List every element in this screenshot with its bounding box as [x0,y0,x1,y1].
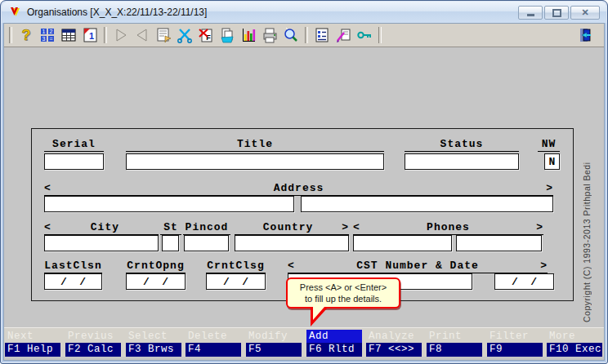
toolbar-separator [305,27,308,43]
country-label: Country > [235,222,349,235]
calculator-button[interactable]: 12 3= [37,25,58,45]
svg-text:3: 3 [42,36,46,42]
zoom-button[interactable] [280,25,302,45]
minimize-button[interactable] [518,6,543,20]
bar-chart-button[interactable] [238,25,259,45]
copy-icon [218,26,236,44]
svg-text:F: F [206,33,211,42]
key-button[interactable] [354,25,375,45]
restore-icon [552,9,561,17]
close-icon: ✕ [581,8,588,17]
table-button[interactable] [58,25,79,45]
title-bar: Organisations [X_X_X:22/11/13-22/11/13] … [2,2,606,23]
help-icon: ? ? [17,26,35,44]
print-icon [261,26,279,44]
fkey-print[interactable]: Print F8 [427,330,482,357]
copyright-text: Copyright (C) 1993-2013 Prithpal Bedi [582,134,597,350]
delete-file-button[interactable]: F [195,25,217,45]
client-area: ? ? 12 3= [3,23,605,361]
status-label: Status [405,139,519,152]
fkey-add[interactable]: Add F6 Rltd [306,330,362,357]
cut-button[interactable] [174,25,195,45]
calendar-icon: 1 [81,26,99,44]
screen: Organisations [X_X_X:22/11/13-22/11/13] … [0,0,608,364]
next-button[interactable] [110,25,132,45]
country-input[interactable] [235,235,349,251]
fkey-more[interactable]: More F10 Exec [547,330,602,357]
city-input[interactable] [44,235,159,251]
address-line2-input[interactable] [301,196,553,212]
copy-button[interactable] [217,25,238,45]
zoom-icon [282,26,300,44]
cst-date-input[interactable] [494,273,554,290]
window-title: Organisations [X_X_X:22/11/13-22/11/13] [27,2,207,23]
serial-label: Serial [44,139,104,152]
close-button[interactable]: ✕ [570,6,600,20]
lastclsn-input[interactable] [44,273,102,290]
nw-label: NW [538,139,560,152]
svg-text:2: 2 [50,29,53,34]
city-label: < City [44,222,159,235]
minimize-icon [527,14,534,16]
next-icon [112,26,130,44]
address-open-bracket: < [44,183,51,195]
crntopng-input[interactable] [126,273,186,290]
exit-icon [577,26,595,44]
fkey-filter[interactable]: Filter F9 [487,330,543,357]
svg-text:?: ? [22,27,31,43]
find-icon [334,26,352,44]
toolbar-separator [9,27,12,43]
phones-label: < Phones > [353,222,543,235]
address-line1-input[interactable] [44,196,294,212]
cst-label: < CST Number & Date > [288,260,548,273]
status-input[interactable] [405,153,519,170]
serial-input[interactable] [44,153,104,170]
title-input[interactable] [126,153,384,170]
key-icon [355,26,373,44]
calendar-button[interactable]: 1 [79,25,101,45]
app-window: Organisations [X_X_X:22/11/13-22/11/13] … [0,0,608,364]
bar-chart-icon [239,26,257,44]
svg-text:1: 1 [89,31,94,41]
fkey-analyze[interactable]: Analyze F7 <<>> [366,330,422,357]
pincod-input[interactable] [184,235,229,251]
previous-icon [133,26,151,44]
phone1-input[interactable] [353,235,452,251]
svg-text:1: 1 [42,29,46,34]
crntopng-label: CrntOpng [126,260,186,273]
print-button[interactable] [259,25,280,45]
hint-line2: to fill up the details. [289,293,397,304]
fkey-delete[interactable]: Delete F4 [186,330,241,357]
phone2-input[interactable] [456,235,542,251]
lastclsn-label: LastClsn [44,260,102,273]
crntclsg-input[interactable] [206,273,266,290]
pincod-label: Pincod [183,222,230,235]
fkey-select[interactable]: Select F3 Brws [126,330,181,357]
crntclsg-label: CrntClsg [206,260,266,273]
cut-icon [176,26,194,44]
svg-text:=: = [49,36,52,42]
function-key-bar: Next F1 Help Previus F2 Calc Select F3 B… [4,327,604,357]
exit-button[interactable] [575,25,597,45]
app-logo-icon [9,7,22,18]
fkey-next[interactable]: Next F1 Help [5,330,60,357]
fkey-modify[interactable]: Modify F5 [246,330,302,357]
table-icon [60,26,78,44]
nw-input[interactable] [544,153,560,170]
hint-balloon: Press <A> or <Enter> to fill up the deta… [286,277,400,309]
properties-button[interactable] [153,25,174,45]
properties-icon [154,26,172,44]
st-input[interactable] [162,235,179,251]
previous-button[interactable] [132,25,153,45]
title-label: Title [126,139,384,152]
hint-line1: Press <A> or <Enter> [289,282,397,293]
form-list-button[interactable] [311,25,333,45]
restore-button[interactable] [544,6,569,20]
form-list-icon [313,26,331,44]
find-button[interactable] [333,25,354,45]
fkey-previus[interactable]: Previus F2 Calc [65,330,121,357]
address-label: < Address > [44,183,553,196]
toolbar-separator [378,27,382,43]
st-label: St [160,222,181,235]
help-button[interactable]: ? ? [16,25,37,45]
